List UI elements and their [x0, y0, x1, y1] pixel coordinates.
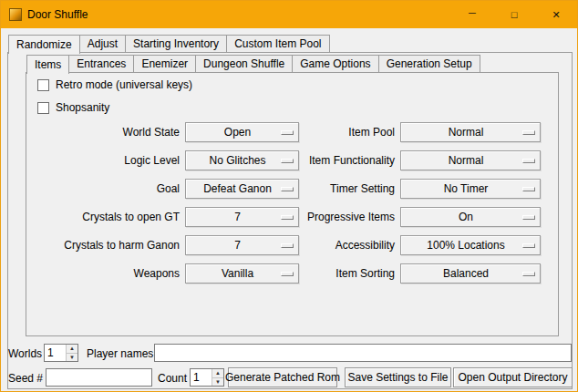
- shopsanity-checkbox-row[interactable]: Shopsanity: [37, 101, 109, 114]
- item-pool-dropdown[interactable]: Normal: [400, 122, 541, 142]
- weapons-value: Vanilla: [222, 267, 263, 280]
- world-state-value: Open: [224, 126, 260, 139]
- item-sorting-value: Balanced: [443, 267, 498, 280]
- seed-label: Seed #: [8, 372, 43, 385]
- count-spin-arrows: ▲ ▼: [212, 369, 223, 386]
- tab-dungeon-shuffle[interactable]: Dungeon Shuffle: [195, 55, 293, 72]
- main-tabstrip: Randomize Adjust Starting Inventory Cust…: [8, 35, 329, 52]
- maximize-icon: □: [511, 9, 518, 20]
- spin-up-icon[interactable]: ▲: [66, 345, 77, 353]
- dropdown-indicator-icon: [522, 187, 535, 191]
- progressive-items-label: Progressive Items: [271, 211, 395, 224]
- tab-starting-inventory[interactable]: Starting Inventory: [125, 35, 227, 52]
- close-icon: ✕: [552, 9, 560, 21]
- dropdown-indicator-icon: [522, 130, 535, 135]
- weapons-label: Weapons: [28, 267, 180, 281]
- dropdown-indicator-icon: [522, 215, 535, 220]
- accessibility-dropdown[interactable]: 100% Locations: [400, 235, 541, 255]
- goal-value: Defeat Ganon: [203, 182, 281, 195]
- worlds-spin-arrows: ▲ ▼: [66, 345, 77, 361]
- dropdown-indicator-icon: [522, 159, 535, 163]
- tab-randomize[interactable]: Randomize: [8, 35, 80, 54]
- item-sorting-dropdown[interactable]: Balanced: [400, 263, 541, 284]
- logic-level-value: No Glitches: [209, 154, 274, 167]
- generate-patched-rom-button[interactable]: Generate Patched Rom: [228, 367, 337, 387]
- worlds-input[interactable]: [45, 345, 66, 361]
- minimize-icon: ─: [469, 7, 476, 18]
- retro-mode-checkbox[interactable]: [37, 79, 49, 91]
- tab-game-options[interactable]: Game Options: [292, 55, 378, 72]
- timer-setting-dropdown[interactable]: No Timer: [400, 179, 541, 199]
- tab-custom-item-pool[interactable]: Custom Item Pool: [226, 35, 329, 52]
- shopsanity-label: Shopsanity: [56, 101, 109, 114]
- item-sorting-label: Item Sorting: [271, 267, 395, 281]
- tab-generation-setup[interactable]: Generation Setup: [378, 55, 480, 72]
- timer-setting-value: No Timer: [444, 182, 498, 195]
- tab-adjust[interactable]: Adjust: [79, 35, 126, 52]
- app-icon: [9, 8, 22, 21]
- world-state-label: World State: [28, 126, 180, 139]
- accessibility-value: 100% Locations: [427, 239, 513, 252]
- timer-setting-label: Timer Setting: [271, 182, 395, 196]
- progressive-items-dropdown[interactable]: On: [400, 207, 541, 227]
- player-names-input[interactable]: [154, 344, 572, 362]
- retro-mode-label: Retro mode (universal keys): [56, 78, 192, 91]
- dropdown-indicator-icon: [522, 243, 535, 248]
- item-pool-value: Normal: [449, 126, 493, 139]
- goal-label: Goal: [28, 182, 180, 196]
- logic-level-label: Logic Level: [28, 154, 180, 168]
- tab-items[interactable]: Items: [26, 55, 69, 74]
- app-window: Door Shuffle ─ □ ✕ Randomize Adjust Star…: [0, 0, 578, 392]
- item-pool-label: Item Pool: [271, 126, 395, 139]
- spin-up-icon[interactable]: ▲: [212, 369, 223, 377]
- tab-entrances[interactable]: Entrances: [68, 55, 134, 72]
- titlebar: Door Shuffle ─ □ ✕: [1, 1, 577, 28]
- open-output-directory-button[interactable]: Open Output Directory: [453, 367, 573, 387]
- crystals-harm-ganon-value: 7: [234, 239, 250, 252]
- progressive-items-value: On: [459, 211, 482, 223]
- tab-enemizer[interactable]: Enemizer: [133, 55, 196, 72]
- close-button[interactable]: ✕: [535, 1, 577, 28]
- maximize-button[interactable]: □: [493, 1, 535, 28]
- crystals-open-gt-value: 7: [234, 211, 250, 223]
- save-settings-button[interactable]: Save Settings to File: [345, 367, 451, 387]
- accessibility-label: Accessibility: [271, 239, 395, 253]
- item-functionality-value: Normal: [449, 154, 493, 167]
- dropdown-indicator-icon: [522, 272, 535, 276]
- worlds-label: Worlds: [8, 347, 42, 360]
- count-label: Count: [158, 372, 187, 385]
- window-title: Door Shuffle: [27, 8, 88, 21]
- spin-down-icon[interactable]: ▼: [66, 353, 77, 362]
- window-controls: ─ □ ✕: [451, 1, 577, 28]
- shopsanity-checkbox[interactable]: [37, 102, 49, 114]
- sub-tabstrip: Items Entrances Enemizer Dungeon Shuffle…: [26, 55, 480, 72]
- seed-input[interactable]: [46, 368, 152, 387]
- minimize-button[interactable]: ─: [451, 1, 493, 28]
- count-spinbox[interactable]: ▲ ▼: [190, 368, 224, 387]
- spin-down-icon[interactable]: ▼: [212, 377, 223, 387]
- count-input[interactable]: [191, 369, 212, 386]
- item-functionality-dropdown[interactable]: Normal: [400, 150, 541, 170]
- retro-mode-checkbox-row[interactable]: Retro mode (universal keys): [37, 78, 192, 91]
- worlds-spinbox[interactable]: ▲ ▼: [44, 344, 78, 362]
- crystals-open-gt-label: Crystals to open GT: [28, 211, 180, 224]
- player-names-label: Player names: [87, 347, 153, 360]
- item-functionality-label: Item Functionality: [271, 154, 395, 168]
- crystals-harm-ganon-label: Crystals to harm Ganon: [28, 239, 180, 253]
